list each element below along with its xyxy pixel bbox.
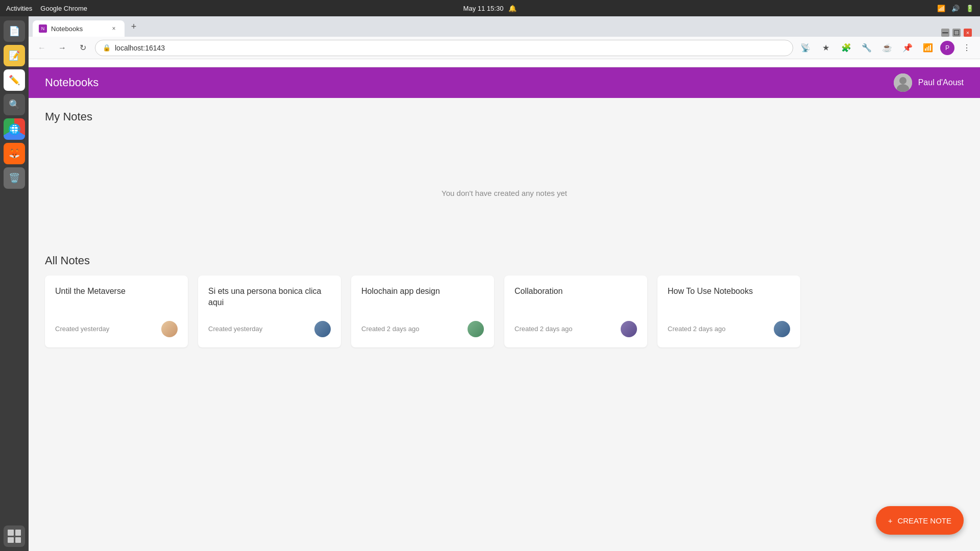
browser-tabbar: N Notebooks × + ─ □ × [29,16,980,37]
datetime-label: May 11 15:30 [463,5,504,12]
note-card-footer: Created yesterday [208,321,331,337]
cast-button[interactable]: 📡 [797,40,814,56]
my-notes-title: My Notes [45,110,964,123]
note-card-avatar [774,321,790,337]
note-card-footer: Created 2 days ago [514,321,637,337]
sidebar-icon-notes[interactable]: 📝 [4,45,25,66]
svg-point-1 [899,77,906,84]
profile-button[interactable]: P [940,41,954,55]
app-header: Notebooks Paul d'Aoust [29,67,980,98]
network-icon: 📶 [937,5,945,12]
note-card[interactable]: Holochain app design Created 2 days ago [351,276,494,347]
note-card-date: Created yesterday [55,325,109,333]
note-card-title: How To Use Notebooks [668,286,790,309]
browser-chrome: N Notebooks × + ─ □ × ← → ↻ 🔒 localhost:… [29,16,980,67]
note-card-footer: Created yesterday [55,321,178,337]
note-card-footer: Created 2 days ago [668,321,790,337]
fab-icon: + [888,516,893,525]
back-button[interactable]: ← [34,40,50,56]
note-card-avatar [161,321,178,337]
empty-state: You don't have created any notes yet [45,132,964,254]
create-note-button[interactable]: + CREATE NOTE [876,506,964,535]
sidebar-icon-trash[interactable]: 🗑️ [4,167,25,189]
note-card-date: Created 2 days ago [514,325,572,333]
tab-label: Notebooks [51,25,83,33]
page-body: My Notes You don't have created any note… [29,98,980,388]
all-notes-title: All Notes [45,254,964,267]
notes-grid: Until the Metaverse Created yesterday Si… [45,276,964,347]
sidebar-grid-icon[interactable] [4,525,25,547]
note-card-date: Created 2 days ago [668,325,725,333]
note-card-date: Created yesterday [208,325,262,333]
note-card-title: Collaboration [514,286,637,309]
sidebar-icon-search[interactable]: 🔍 [4,94,25,115]
note-card-title: Holochain app design [361,286,484,309]
sidebar-icon-pencil[interactable]: ✏️ [4,69,25,91]
note-card[interactable]: Until the Metaverse Created yesterday [45,276,188,347]
address-bar[interactable]: 🔒 localhost:16143 [95,40,793,56]
browser-toolbar: ← → ↻ 🔒 localhost:16143 📡 ★ 🧩 🔧 ☕ 📌 📶 P … [29,37,980,59]
note-card[interactable]: How To Use Notebooks Created 2 days ago [657,276,800,347]
app-title: Notebooks [45,76,99,89]
note-card[interactable]: Si ets una persona bonica clica aqui Cre… [198,276,341,347]
extension3-button[interactable]: ☕ [879,40,895,56]
sidebar-icon-files[interactable]: 📄 [4,20,25,42]
note-card-avatar [468,321,484,337]
os-sidebar: 📄 📝 ✏️ 🔍 🌐 🦊 🗑️ [0,16,29,551]
tab-close-button[interactable]: × [109,24,118,33]
extension4-button[interactable]: 📌 [899,40,916,56]
new-tab-button[interactable]: + [127,19,141,34]
forward-button[interactable]: → [54,40,70,56]
reload-button[interactable]: ↻ [75,40,91,56]
fab-label: CREATE NOTE [897,516,951,525]
sidebar-bottom [4,525,25,547]
sidebar-icon-chrome[interactable]: 🌐 [4,118,25,140]
os-topbar-right: 📶 🔊 🔋 [937,5,974,12]
battery-icon: 🔋 [966,5,974,12]
note-card-avatar [314,321,331,337]
extension2-button[interactable]: 🔧 [859,40,875,56]
os-topbar-center: May 11 15:30 🔔 [463,5,517,12]
note-card-date: Created 2 days ago [361,325,419,333]
app-content: Notebooks Paul d'Aoust My Notes You don'… [29,67,980,551]
volume-icon: 🔊 [951,5,960,12]
browser-name-label: Google Chrome [40,5,87,12]
user-name: Paul d'Aoust [918,78,964,87]
os-topbar-left: Activities Google Chrome [6,5,87,12]
os-topbar: Activities Google Chrome May 11 15:30 🔔 … [0,0,980,16]
note-card-avatar [621,321,637,337]
restore-button[interactable]: □ [952,29,961,37]
extension-button[interactable]: 🧩 [838,40,854,56]
empty-state-message: You don't have created any notes yet [442,189,567,197]
lock-icon: 🔒 [103,44,111,52]
note-card-title: Until the Metaverse [55,286,178,309]
tab-favicon: N [39,24,47,33]
browser-tab-notebooks[interactable]: N Notebooks × [33,20,125,37]
bell-icon: 🔔 [508,5,517,12]
minimize-button[interactable]: ─ [941,29,949,37]
close-button[interactable]: × [964,29,972,37]
wifi-icon: 📶 [920,40,936,56]
note-card-footer: Created 2 days ago [361,321,484,337]
sidebar-icon-firefox[interactable]: 🦊 [4,143,25,164]
user-info: Paul d'Aoust [894,73,964,92]
user-avatar [894,73,912,92]
url-text: localhost:16143 [115,44,165,52]
bookmark-button[interactable]: ★ [818,40,834,56]
menu-button[interactable]: ⋮ [959,40,975,56]
note-card-title: Si ets una persona bonica clica aqui [208,286,331,309]
note-card[interactable]: Collaboration Created 2 days ago [504,276,647,347]
activities-label[interactable]: Activities [6,5,32,12]
